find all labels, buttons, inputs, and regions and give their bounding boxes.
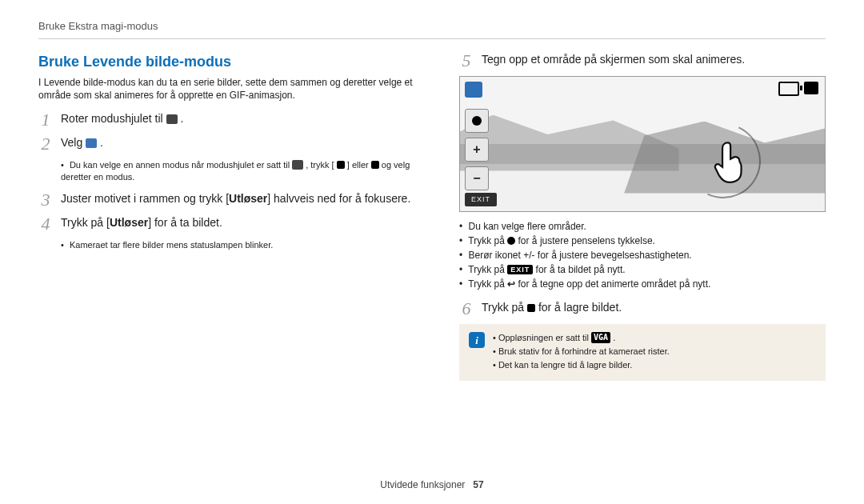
exit-button[interactable]: EXIT xyxy=(465,193,497,206)
note-text: ] eller xyxy=(347,160,371,170)
step-number: 1 xyxy=(38,111,53,129)
step-3: 3 Juster motivet i rammen og trykk [Utlø… xyxy=(38,191,421,209)
step-6: 6 Trykk på for å lagre bildet. xyxy=(459,300,826,318)
save-icon xyxy=(527,304,535,312)
step-text-tail: for å lagre bildet. xyxy=(538,301,622,314)
note-text: Kameraet tar flere bilder mens statuslam… xyxy=(70,240,273,250)
brush-size-icon xyxy=(507,237,515,245)
speed-minus-button[interactable]: − xyxy=(465,166,489,190)
living-photo-mode-icon xyxy=(86,138,97,148)
breadcrumb: Bruke Ekstra magi-modus xyxy=(38,19,826,39)
note-text: Du kan velge en annen modus når modushju… xyxy=(70,160,292,170)
speed-plus-button[interactable]: + xyxy=(465,138,489,162)
touch-finger-icon xyxy=(711,139,748,184)
step-text: Tegn opp et område på skjermen som skal … xyxy=(482,52,826,70)
tip-text: Trykk på xyxy=(468,278,507,290)
step-5-tips: • Du kan velge flere områder. • Trykk på… xyxy=(459,220,826,291)
step-4: 4 Trykk på [Utløser] for å ta bildet. xyxy=(38,215,421,233)
tip-text: Berør ikonet +/- for å justere bevegelse… xyxy=(469,250,692,261)
mode-icon xyxy=(804,82,818,94)
step-text-tail: . xyxy=(100,136,103,149)
back-button-icon xyxy=(337,161,345,169)
note-text: Bruk stativ for å forhindre at kameraet … xyxy=(498,346,670,356)
shutter-label: Utløser xyxy=(229,192,267,205)
note-text: Oppløsningen er satt til xyxy=(498,333,591,342)
page-number: 57 xyxy=(473,479,483,490)
footer-section: Utvidede funksjoner xyxy=(380,479,465,490)
step-1: 1 Roter modushjulet til . xyxy=(38,111,421,129)
tip-text: for å justere penselens tykkelse. xyxy=(518,235,655,246)
step-number: 2 xyxy=(38,135,53,153)
camera-preview-illustration: + − EXIT xyxy=(459,76,826,212)
vga-badge: VGA xyxy=(591,332,610,343)
step-text-tail: ] for å ta bildet. xyxy=(148,216,222,229)
step-number: 6 xyxy=(459,300,474,318)
step-text: Roter modushjulet til xyxy=(61,112,166,125)
tip-text: for å ta bildet på nytt. xyxy=(536,264,626,275)
battery-icon xyxy=(778,82,799,96)
redraw-icon xyxy=(507,278,515,290)
brush-size-button[interactable] xyxy=(465,109,489,133)
step-text: Juster motivet i rammen og trykk [ xyxy=(61,192,229,205)
note-box: i • Oppløsningen er satt til VGA . • Bru… xyxy=(459,324,826,381)
mode-dial-star-icon xyxy=(292,160,303,170)
note-text: . xyxy=(613,333,615,342)
page-footer: Utvidede funksjoner 57 xyxy=(0,478,864,491)
note-text: Det kan ta lengre tid å lagre bilder. xyxy=(498,360,633,370)
step-number: 4 xyxy=(38,215,53,233)
home-icon xyxy=(371,161,379,169)
mode-dial-star-icon xyxy=(166,114,178,124)
tip-text: Trykk på xyxy=(468,264,507,275)
step-5: 5 Tegn opp et område på skjermen som ska… xyxy=(459,52,826,70)
section-intro: I Levende bilde-modus kan du ta en serie… xyxy=(38,76,421,102)
note-text: , trykk [ xyxy=(306,160,334,170)
step-number: 3 xyxy=(38,191,53,209)
tip-text: for å tegne opp det animerte området på … xyxy=(518,278,711,290)
step-2-note: • Du kan velge en annen modus når modush… xyxy=(61,159,421,183)
section-title: Bruke Levende bilde-modus xyxy=(38,52,421,71)
step-text-tail: ] halvveis ned for å fokusere. xyxy=(267,192,410,205)
step-text: Trykk på xyxy=(482,301,527,314)
tip-text: Trykk på xyxy=(468,235,507,246)
step-text: Velg xyxy=(61,136,86,149)
step-4-note: • Kameraet tar flere bilder mens statusl… xyxy=(61,239,421,251)
face-icon xyxy=(465,82,482,98)
step-text: Trykk på [ xyxy=(61,216,110,229)
step-2: 2 Velg . xyxy=(38,135,421,153)
exit-chip-icon: EXIT xyxy=(507,265,533,274)
info-icon: i xyxy=(469,332,485,348)
shutter-label: Utløser xyxy=(110,216,148,229)
step-number: 5 xyxy=(459,52,474,70)
step-text-tail: . xyxy=(180,112,183,125)
tip-text: Du kan velge flere områder. xyxy=(469,221,586,232)
